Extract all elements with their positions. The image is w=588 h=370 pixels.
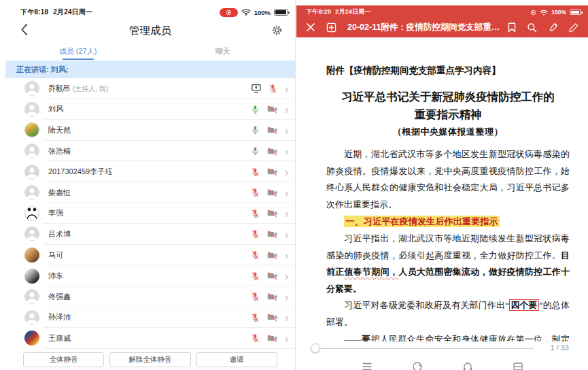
close-icon[interactable] — [306, 22, 315, 32]
battery-icon — [570, 10, 581, 15]
battery-percent: 100% — [254, 9, 271, 16]
outline-list-icon[interactable] — [362, 361, 373, 370]
chevron-right-icon[interactable]: › — [285, 186, 288, 199]
member-name: 马可 — [48, 250, 63, 260]
mic-icon — [251, 146, 260, 156]
camera-off-icon — [267, 334, 277, 343]
member-name: 孙泽沛 — [48, 312, 71, 322]
pencil-icon[interactable] — [569, 22, 578, 33]
tab-members[interactable]: 成员 (27人) — [5, 42, 150, 61]
member-status-icons: › — [251, 188, 288, 198]
member-row[interactable]: 吕术博› — [5, 224, 295, 245]
member-row[interactable]: 沛东› — [5, 265, 295, 286]
chevron-right-icon[interactable]: › — [285, 165, 288, 178]
camera-off-icon — [267, 313, 277, 322]
left-status-date: 2月24日周一 — [53, 8, 92, 16]
member-name: 吕术博 — [48, 229, 71, 239]
chevron-right-icon[interactable]: › — [285, 103, 288, 116]
pdf-toolbar: 20-02-11附件：疫情防控期间党支部重点学习内容 (2).pdf — [296, 17, 588, 37]
chevron-right-icon[interactable]: › — [285, 145, 288, 158]
member-row[interactable]: 柴嘉恒› — [5, 182, 295, 203]
member-row[interactable]: 马可› — [5, 245, 295, 266]
wavy-underline-annotation: 值春节期间， — [345, 267, 399, 277]
avatar — [24, 144, 39, 158]
mic-muted-icon — [251, 313, 260, 322]
doc-subtitle: （根据中央媒体报道整理） — [326, 126, 570, 138]
right-status-time: 下午8:20 — [306, 8, 331, 15]
highlighted-heading: 一、习近平在疫情发生后作出重要指示 — [344, 216, 499, 227]
bookmark-icon[interactable] — [508, 22, 516, 33]
mic-muted-icon — [269, 84, 277, 93]
screen-share-icon — [252, 84, 261, 93]
chevron-right-icon[interactable]: › — [285, 249, 288, 262]
mic-muted-icon — [251, 271, 260, 281]
avatar — [24, 102, 39, 117]
left-status-icons: 100% — [220, 6, 288, 18]
pdf-app: 下午8:202月24日周一 100% — [296, 0, 588, 370]
member-row[interactable]: 乔毅昂(主持人, 我)› — [5, 78, 295, 99]
battery-icon — [274, 9, 288, 16]
chevron-right-icon[interactable]: › — [285, 311, 288, 324]
right-status-datetime: 下午8:202月24日周一 — [306, 7, 371, 16]
pdf-bottom-toolbar — [296, 361, 588, 370]
doc-paragraph-1: 近期，湖北省武汉市等多个地区发生新型冠状病毒感染的肺炎疫情。疫情爆发以来，党中央… — [326, 146, 570, 213]
mic-muted-icon — [251, 333, 260, 343]
member-name: 王康威 — [48, 333, 71, 343]
chevron-right-icon[interactable]: › — [285, 124, 288, 137]
gear-icon[interactable] — [271, 24, 283, 39]
marker-pen-icon[interactable] — [548, 22, 558, 33]
member-row[interactable]: 佟强鑫› — [5, 286, 295, 307]
left-status-bar: 下午8:182月24日周一 100% — [5, 5, 295, 19]
annotate-circle-icon[interactable] — [412, 361, 423, 370]
battery-percent: 100% — [551, 9, 566, 16]
chevron-right-icon[interactable]: › — [285, 207, 288, 220]
right-status-date: 2月24日周一 — [335, 8, 370, 15]
page-slider-thumb[interactable] — [311, 343, 320, 353]
member-row[interactable]: 李强› — [5, 203, 295, 224]
member-name: 乔毅昂(主持人, 我) — [48, 84, 108, 94]
unmute-all-button[interactable]: 解除全体静音 — [109, 352, 190, 367]
invite-button[interactable]: 邀请 — [196, 352, 277, 367]
member-name: 沛东 — [48, 271, 63, 281]
add-window-icon[interactable] — [326, 22, 336, 33]
chevron-right-icon[interactable]: › — [285, 269, 288, 282]
screen: 下午8:182月24日周一 100% 管理成员 — [0, 0, 588, 370]
mic-muted-icon — [251, 209, 260, 218]
member-status-icons: › — [251, 333, 288, 343]
member-status-icons: › — [251, 312, 288, 322]
camera-off-icon — [267, 105, 277, 114]
member-row[interactable]: 陆天然› — [5, 120, 295, 141]
pdf-header: 下午8:202月24日周一 100% — [296, 5, 588, 37]
member-row[interactable]: 2017302459李子珏› — [5, 161, 295, 182]
page-slider[interactable] — [313, 348, 534, 349]
doc-paragraph-4: ——要把人民群众生命安全和身体健康放在第一位，制定周密方案，组织各方力量开展防控… — [326, 331, 570, 341]
search-icon[interactable] — [527, 22, 537, 33]
reader-view-icon[interactable] — [513, 361, 523, 370]
chevron-right-icon[interactable]: › — [285, 290, 288, 303]
avatar — [24, 289, 39, 304]
tab-chat[interactable]: 聊天 — [150, 42, 295, 61]
pdf-page: 附件【疫情防控期间党支部重点学习内容】 习近平总书记关于新冠肺炎疫情防控工作的 … — [296, 37, 588, 341]
member-status-icons: › — [251, 167, 288, 177]
member-name: 李强 — [48, 208, 63, 218]
member-status-icons: › — [251, 271, 288, 281]
doc-heading-1: 一、习近平在疫情发生后作出重要指示 — [326, 214, 570, 231]
chevron-right-icon[interactable]: › — [285, 228, 288, 241]
audio-headset-icon[interactable] — [462, 361, 473, 370]
red-box-annotation: 四个要 — [509, 299, 539, 311]
screen-recording-icon[interactable] — [220, 8, 238, 17]
mute-all-button[interactable]: 全体静音 — [23, 352, 104, 367]
member-row[interactable]: 张浩楠› — [5, 141, 295, 162]
member-status-icons: › — [251, 250, 288, 260]
member-row[interactable]: 刘风› — [5, 99, 295, 120]
chevron-right-icon[interactable]: › — [285, 82, 288, 95]
footer-actions: 全体静音 解除全体静音 邀请 — [5, 349, 295, 370]
left-nav-header: 管理成员 — [5, 19, 295, 42]
member-row[interactable]: 王康威› — [5, 328, 295, 349]
member-row[interactable]: 孙泽沛› — [5, 307, 295, 329]
doc-paragraph-2: 习近平指出，湖北武汉市等地近期陆续发生新型冠状病毒感染的肺炎疫情，必须引起高度重… — [326, 231, 570, 297]
member-status-icons: › — [251, 208, 288, 218]
member-name: 佟强鑫 — [48, 292, 71, 302]
chevron-right-icon[interactable]: › — [285, 332, 288, 345]
camera-off-icon — [267, 147, 277, 156]
